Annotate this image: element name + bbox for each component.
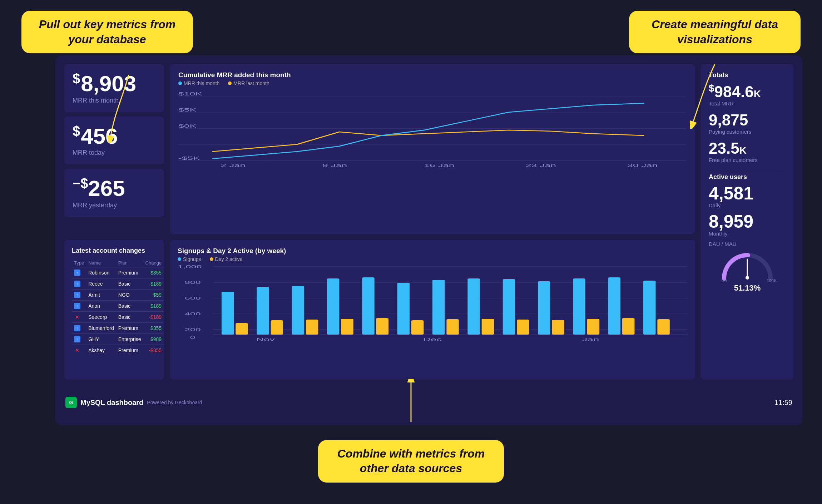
svg-text:$10K: $10K (178, 92, 202, 97)
mrr-chart-card: Cumulative MRR added this month MRR this… (170, 64, 695, 234)
svg-rect-58 (657, 319, 669, 335)
monthly-users-value: 8,959 (709, 213, 786, 231)
row-type-icon: ↑ (72, 289, 86, 300)
row-name: Anon (86, 300, 116, 311)
row-type-icon: ↑ (72, 267, 86, 278)
row-type-icon: ↑ (72, 333, 86, 345)
svg-text:800: 800 (185, 280, 201, 285)
free-plan-value: 23.5K (709, 140, 786, 156)
svg-rect-54 (587, 319, 599, 335)
svg-text:100%: 100% (767, 278, 776, 282)
col-name: Name (86, 259, 116, 267)
svg-text:30 Jan: 30 Jan (627, 163, 658, 168)
svg-point-18 (746, 276, 749, 280)
svg-text:2 Jan: 2 Jan (221, 163, 246, 168)
table-row: ✕SeecorpBasic-$189 (72, 311, 164, 322)
svg-text:23 Jan: 23 Jan (526, 163, 556, 168)
svg-rect-52 (552, 320, 564, 335)
svg-rect-43 (397, 283, 410, 335)
row-name: Akshay (86, 345, 116, 356)
svg-rect-44 (411, 320, 424, 335)
mrr-line-chart: $10K $5K $0K -$5K 2 Jan 9 Jan 16 Jan 23 … (178, 89, 687, 168)
svg-rect-37 (292, 286, 304, 335)
table-card: Latest account changes Type Name Plan Ch… (64, 240, 164, 380)
footer-left: G MySQL dashboard Powered by Geckoboard (65, 397, 202, 408)
callout-top-right: Create meaningful data visualizations (629, 11, 801, 53)
table-row: ↑BlumenfordPremium$355 (72, 322, 164, 333)
dau-mau-label: DAU / MAU (709, 241, 786, 247)
footer-time: 11:59 (774, 399, 792, 407)
callout-top-left: Pull out key metrics from your database (21, 11, 193, 53)
svg-rect-49 (503, 279, 515, 335)
table-row: ↑RobinsonPremium$355 (72, 267, 164, 278)
daily-users-value: 4,581 (709, 184, 786, 202)
svg-text:$0K: $0K (178, 124, 197, 129)
gauge-container: 0% 100% 51.13% (709, 250, 786, 293)
col-plan: Plan (116, 259, 143, 267)
up-icon: ↑ (74, 325, 80, 331)
row-plan: Premium (116, 267, 143, 278)
mrr-chart-title: Cumulative MRR added this month (178, 71, 687, 79)
svg-rect-46 (446, 319, 459, 335)
svg-rect-42 (376, 318, 388, 335)
free-plan-label: Free plan customers (709, 157, 786, 163)
row-plan: Premium (116, 345, 143, 356)
svg-text:Dec: Dec (423, 337, 442, 342)
svg-rect-41 (362, 277, 374, 335)
bar-chart-legend: Signups Day 2 active (178, 256, 687, 262)
row-plan: Basic (116, 278, 143, 289)
account-changes-table: Type Name Plan Change ↑RobinsonPremium$3… (72, 259, 164, 356)
row-change: $189 (143, 278, 164, 289)
svg-rect-33 (222, 292, 234, 335)
table-row: ↑ReeceBasic$189 (72, 278, 164, 289)
svg-rect-57 (643, 281, 655, 335)
svg-text:200: 200 (185, 327, 201, 332)
row-name: Armit (86, 289, 116, 300)
currency-sign: $ (73, 124, 80, 139)
svg-text:0: 0 (190, 335, 195, 340)
mrr-yesterday-card: −$265 MRR yesterday (64, 169, 164, 217)
row-type-icon: ↑ (72, 300, 86, 311)
row-name: Seecorp (86, 311, 116, 322)
row-plan: Basic (116, 300, 143, 311)
row-plan: Basic (116, 311, 143, 322)
row-change: $59 (143, 289, 164, 300)
x-icon: ✕ (74, 314, 80, 320)
mrr-chart-legend: MRR this month MRR last month (178, 80, 687, 86)
row-type-icon: ↑ (72, 278, 86, 289)
svg-text:1,000: 1,000 (178, 265, 202, 269)
footer-title: MySQL dashboard (80, 399, 143, 407)
col-change: Change (143, 259, 164, 267)
gauge-value: 51.13% (734, 283, 761, 293)
svg-text:-$5K: -$5K (178, 156, 200, 161)
row-change: $355 (143, 322, 164, 333)
row-change: $355 (143, 267, 164, 278)
svg-rect-38 (306, 320, 318, 335)
up-icon: ↑ (74, 303, 80, 309)
svg-text:600: 600 (185, 296, 201, 300)
row-name: Robinson (86, 267, 116, 278)
currency-sign: $ (73, 71, 80, 86)
up-icon: ↑ (74, 270, 80, 276)
bar-chart-card: Signups & Day 2 Active (by week) Signups… (170, 240, 695, 380)
row-name: GHY (86, 333, 116, 345)
col-type: Type (72, 259, 86, 267)
bar-chart-title: Signups & Day 2 Active (by week) (178, 247, 687, 255)
row-name: Reece (86, 278, 116, 289)
row-plan: NGO (116, 289, 143, 300)
mysql-icon: G (65, 397, 77, 408)
svg-rect-51 (538, 281, 550, 335)
svg-rect-56 (622, 318, 634, 335)
bar-chart-svg: 1,000 800 600 400 200 0 (178, 265, 687, 344)
row-change: $189 (143, 300, 164, 311)
mrr-yesterday-value: −$265 (73, 177, 155, 199)
svg-rect-50 (517, 320, 529, 335)
mrr-today-label: MRR today (73, 149, 155, 157)
table-row: ↑AnonBasic$189 (72, 300, 164, 311)
row-plan: Enterprise (116, 333, 143, 345)
svg-rect-34 (236, 323, 248, 335)
x-icon: ✕ (74, 347, 80, 354)
mrr-yesterday-label: MRR yesterday (73, 202, 155, 209)
row-name: Blumenford (86, 322, 116, 333)
svg-rect-53 (573, 278, 585, 335)
